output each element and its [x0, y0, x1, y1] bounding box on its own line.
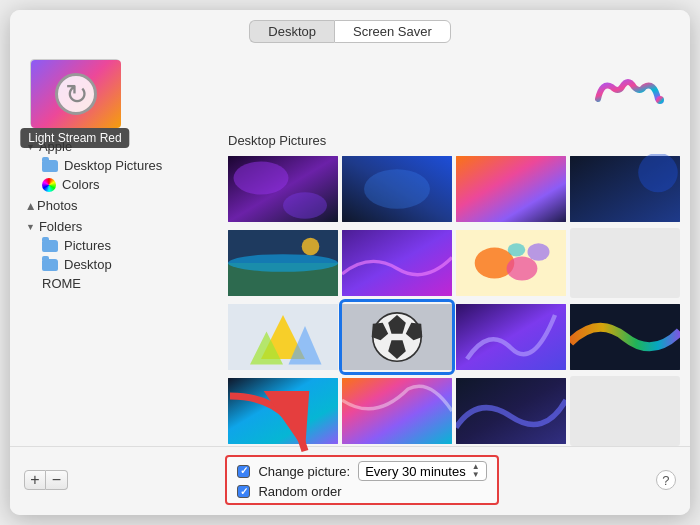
wallpaper-cell-6[interactable] — [342, 228, 452, 298]
wallpaper-cell-empty — [570, 376, 680, 446]
tab-desktop[interactable]: Desktop — [249, 20, 334, 43]
help-button[interactable]: ? — [656, 470, 676, 490]
sync-icon: ↻ — [65, 78, 88, 111]
tab-bar: Desktop Screen Saver — [10, 10, 690, 51]
wallpaper-cell-8 — [570, 228, 680, 298]
folder-icon-desktop-pictures — [42, 160, 58, 172]
svg-point-0 — [656, 96, 664, 104]
remove-button[interactable]: − — [46, 470, 68, 490]
wallpaper-cell-4[interactable] — [570, 154, 680, 224]
sidebar-group-photos[interactable]: ▶ Photos — [20, 196, 220, 215]
main-content: ▼ Apple Desktop Pictures Colors ▶ Photos — [10, 133, 690, 446]
folder-icon-pictures — [42, 240, 58, 252]
add-button[interactable]: + — [24, 470, 46, 490]
preferences-window: Desktop Screen Saver ↻ Light Stream Red — [10, 10, 690, 515]
random-order-label: Random order — [258, 484, 341, 499]
change-picture-label: Change picture: — [258, 464, 350, 479]
svg-point-5 — [364, 169, 430, 209]
grid-title: Desktop Pictures — [228, 133, 680, 148]
preview-thumbnail-wrap: ↻ Light Stream Red — [30, 59, 120, 127]
svg-point-16 — [507, 256, 538, 280]
wallpaper-cell-3[interactable] — [456, 154, 566, 224]
random-order-checkbox[interactable] — [237, 485, 250, 498]
tab-screen-saver[interactable]: Screen Saver — [334, 20, 451, 43]
svg-point-8 — [638, 154, 678, 192]
interval-value: Every 30 minutes — [365, 464, 465, 479]
bottom-bar: + − Change picture: Every 30 minutes ▲ ▼… — [10, 446, 690, 515]
logo-area — [590, 67, 670, 120]
sidebar-group-folders[interactable]: ▼ Folders — [20, 217, 220, 236]
preview-area: ↻ Light Stream Red — [10, 51, 690, 133]
sidebar-pictures-label: Pictures — [64, 238, 111, 253]
grid-area: Desktop Pictures — [220, 133, 680, 446]
folder-icon-desktop — [42, 259, 58, 271]
sidebar-item-colors[interactable]: Colors — [20, 175, 220, 194]
wallpaper-cell-14[interactable] — [456, 376, 566, 446]
sidebar-section-photos: ▶ Photos — [20, 196, 220, 215]
add-remove-buttons: + − — [24, 470, 68, 490]
sidebar-item-rome[interactable]: ROME — [20, 274, 220, 293]
interval-dropdown[interactable]: Every 30 minutes ▲ ▼ — [358, 461, 486, 481]
svg-point-3 — [283, 192, 327, 218]
wallpaper-cell-soccer[interactable] — [342, 302, 452, 372]
sidebar-item-pictures[interactable]: Pictures — [20, 236, 220, 255]
sidebar-section-folders: ▼ Folders Pictures Desktop ROME — [20, 217, 220, 293]
svg-point-2 — [234, 162, 289, 195]
wallpaper-cell-7[interactable] — [456, 228, 566, 298]
sidebar-item-desktop-folder[interactable]: Desktop — [20, 255, 220, 274]
sidebar-colors-label: Colors — [62, 177, 100, 192]
svg-point-17 — [528, 243, 550, 261]
arrow-icon-folders: ▼ — [26, 222, 35, 232]
sidebar: ▼ Apple Desktop Pictures Colors ▶ Photos — [20, 133, 220, 446]
wallpaper-cell-2[interactable] — [342, 154, 452, 224]
sidebar-item-desktop-pictures[interactable]: Desktop Pictures — [20, 156, 220, 175]
color-wheel-icon — [42, 178, 56, 192]
sidebar-folders-label: Folders — [39, 219, 82, 234]
preview-tooltip: Light Stream Red — [20, 128, 129, 148]
svg-point-18 — [508, 243, 526, 256]
wallpaper-cell-12[interactable] — [228, 376, 338, 446]
sidebar-desktop-folder-label: Desktop — [64, 257, 112, 272]
change-picture-row: Change picture: Every 30 minutes ▲ ▼ — [237, 461, 486, 481]
arrow-icon-photos: ▶ — [25, 202, 35, 209]
wallpaper-cell-13[interactable] — [342, 376, 452, 446]
interval-arrows-icon: ▲ ▼ — [472, 463, 480, 479]
svg-rect-31 — [228, 378, 338, 444]
svg-point-12 — [302, 238, 320, 256]
wallpaper-cell-5[interactable] — [228, 228, 338, 298]
svg-rect-29 — [456, 304, 566, 370]
wallpaper-cell-11[interactable] — [570, 302, 680, 372]
wallpaper-cell-1[interactable] — [228, 154, 338, 224]
wallpaper-grid — [228, 154, 680, 446]
change-picture-checkbox[interactable] — [237, 465, 250, 478]
app-logo — [590, 67, 670, 117]
random-order-row: Random order — [237, 484, 486, 499]
sidebar-photos-label: Photos — [37, 198, 77, 213]
preview-thumbnail[interactable]: ↻ — [31, 60, 121, 128]
svg-rect-32 — [342, 378, 452, 444]
controls-panel: Change picture: Every 30 minutes ▲ ▼ Ran… — [225, 455, 498, 505]
svg-rect-6 — [456, 156, 566, 222]
wallpaper-cell-10[interactable] — [456, 302, 566, 372]
sidebar-rome-label: ROME — [42, 276, 81, 291]
svg-point-11 — [228, 254, 338, 272]
sidebar-desktop-pictures-label: Desktop Pictures — [64, 158, 162, 173]
wallpaper-cell-geometric[interactable] — [228, 302, 338, 372]
